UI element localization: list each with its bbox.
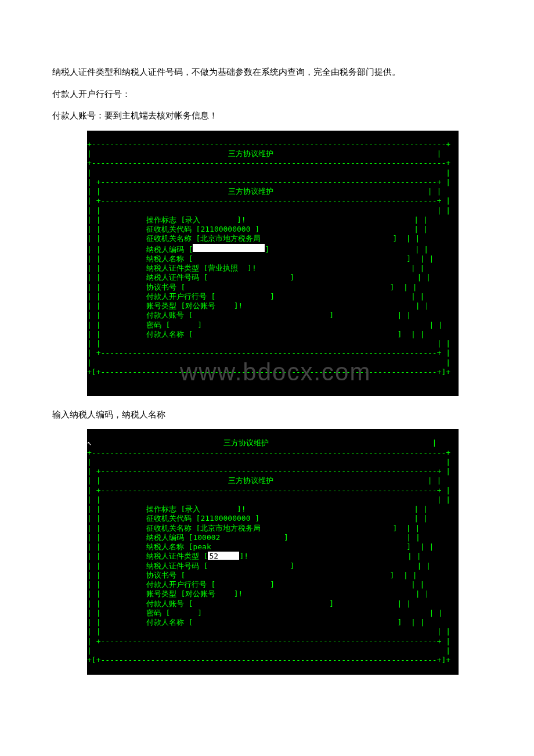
payerbank-label-2: 付款人开户行行号: [146, 580, 207, 589]
code-label: 征收机关代码: [146, 225, 192, 233]
payeracct-label-2: 付款人账号: [146, 599, 184, 608]
terminal-screenshot-2: ↖ 三方协议维护 | +----------------------------…: [87, 429, 459, 675]
paragraph-2: 付款人开户行行号：: [35, 87, 499, 102]
payername-label: 付款人名称: [146, 330, 184, 339]
payeracct-label: 付款人账号: [146, 311, 184, 319]
code-value: 21100000000: [200, 225, 250, 233]
taxcode-label-2: 纳税人编码: [146, 533, 184, 542]
certtype-input-2[interactable]: 52: [208, 552, 239, 560]
terminal-screenshot-1: +---------------------------------------…: [87, 131, 459, 396]
accttype-label-2: 账号类型: [146, 589, 176, 598]
certno-label: 纳税人证件号码: [146, 273, 199, 282]
taxcode-value-2: 100002: [193, 533, 220, 542]
accttype-label: 账号类型: [146, 301, 176, 310]
paragraph-3: 付款人账号：要到主机端去核对帐务信息！: [35, 109, 499, 124]
taxname-label-2: 纳税人名称: [146, 542, 184, 551]
taxcode-label: 纳税人编码: [146, 245, 184, 254]
term1-inner-title: 三方协议维护: [228, 187, 273, 196]
taxname-label: 纳税人名称: [146, 254, 184, 263]
taxname-value-2: peak: [193, 542, 211, 551]
name-label-2: 征收机关名称: [146, 524, 192, 532]
payername-label-2: 付款人名称: [146, 618, 184, 627]
certtype-value: 营业执照: [208, 264, 238, 272]
term1-outer-title: 三方协议维护: [228, 149, 273, 158]
op-label-2: 操作标志: [146, 505, 176, 513]
accttype-value-2: 对公账号: [185, 589, 215, 598]
name-value-2: 北京市地方税务局: [200, 524, 261, 532]
name-value: 北京市地方税务局: [200, 234, 261, 243]
name-label: 征收机关名称: [146, 234, 192, 243]
agr-label-2: 协议书号: [146, 571, 176, 579]
op-value-2: 录入: [185, 505, 200, 513]
pwd-label-2: 密码: [146, 609, 161, 617]
certtype-label: 纳税人证件类型: [146, 264, 199, 272]
accttype-value: 对公账号: [185, 301, 215, 310]
term2-inner-title: 三方协议维护: [228, 476, 273, 485]
agr-label: 协议书号: [146, 283, 176, 291]
paragraph-4: 输入纳税人编码，纳税人名称: [35, 408, 499, 423]
op-label: 操作标志: [146, 215, 176, 224]
certno-label-2: 纳税人证件号码: [146, 561, 199, 570]
paragraph-1: 纳税人证件类型和纳税人证件号码，不做为基础参数在系统内查询，完全由税务部门提供。: [35, 65, 499, 80]
pwd-label: 密码: [146, 321, 161, 329]
taxcode-input[interactable]: [193, 244, 265, 252]
code-label-2: 征收机关代码: [146, 514, 192, 523]
payerbank-label: 付款人开户行行号: [146, 292, 207, 301]
op-value: 录入: [185, 215, 200, 224]
code-value-2: 21100000000: [200, 514, 250, 523]
term2-outer-title: 三方协议维护: [223, 438, 269, 447]
certtype-label-2: 纳税人证件类型: [146, 552, 199, 560]
